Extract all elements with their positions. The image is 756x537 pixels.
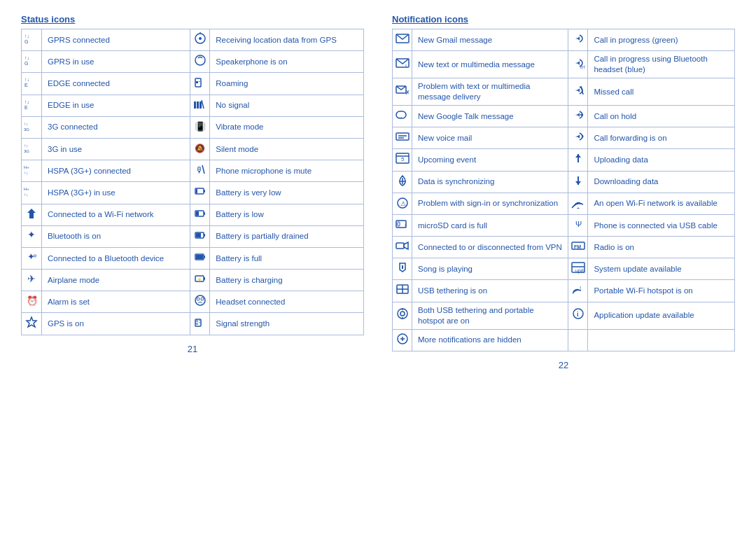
notif-text2-2: Missed call (588, 78, 735, 106)
svg-rect-32 (196, 189, 197, 193)
status-text-13: GPS is on (42, 313, 190, 335)
notif-row: Data is synchronizing Downloading data (393, 171, 735, 193)
svg-rect-15 (197, 102, 199, 109)
notif-text2-9: Radio is on (588, 237, 735, 258)
svg-text:✈: ✈ (27, 273, 36, 284)
notif-text2-3: Call on hold (588, 105, 735, 127)
notif-icon2-1: BT (568, 51, 588, 78)
status-icon-11: ✈ (22, 270, 42, 291)
notif-icon2-9: FM (568, 237, 588, 258)
svg-line-17 (202, 100, 204, 109)
svg-text:Ψ: Ψ (575, 220, 582, 228)
svg-text:E: E (24, 105, 28, 110)
page1-number: 21 (21, 344, 364, 354)
notif-icon2-8: Ψ (568, 214, 588, 236)
svg-rect-39 (196, 233, 201, 237)
svg-marker-77 (575, 181, 581, 185)
status-row: ↑↓G GPRS in use Speakerphone is on (22, 51, 364, 73)
status-icons-title: Status icons (21, 14, 364, 25)
notif-text2-4: Call forwarding is on (588, 127, 735, 149)
svg-point-3 (199, 37, 202, 40)
svg-rect-16 (200, 102, 202, 109)
svg-rect-68 (396, 133, 409, 140)
svg-text:↑↓: ↑↓ (24, 144, 28, 148)
svg-text:↑↓: ↑↓ (24, 34, 29, 39)
svg-rect-31 (204, 190, 205, 193)
status-icon2-12 (190, 291, 210, 313)
status-text2-1: Speakerphone is on (210, 51, 364, 73)
svg-text:H+: H+ (24, 187, 29, 191)
svg-rect-34 (204, 212, 205, 215)
status-icon2-4: 📳 (190, 116, 210, 138)
status-icon-7: H+↑↓ (22, 182, 42, 204)
status-text2-0: Receiving location data from GPS (210, 29, 364, 51)
svg-text:🔕: 🔕 (195, 143, 205, 153)
status-icon2-8 (190, 204, 210, 225)
notif-icon-0 (393, 29, 412, 51)
status-icon-4: ↑↓3G (22, 116, 42, 138)
notif-text2-5: Uploading data (588, 149, 735, 171)
status-text-4: 3G connected (42, 116, 190, 138)
status-text2-8: Battery is low (210, 204, 364, 225)
status-row: H+↑↓ HSPA (3G+) in use Battery is very l… (22, 182, 364, 204)
notif-icon-3: ... (393, 105, 412, 127)
svg-rect-57 (199, 322, 200, 323)
status-text-8: Connected to a Wi-Fi network (42, 204, 190, 225)
notif-text2-10: System update available (588, 258, 735, 280)
notif-text-7: Problem with sign-in or synchronization (412, 193, 568, 214)
status-row: ↑↓G GPRS connected Receiving location da… (22, 29, 364, 51)
svg-point-98 (400, 312, 405, 316)
svg-text:H+: H+ (24, 165, 29, 169)
notif-text-0: New Gmail message (412, 29, 568, 51)
svg-rect-56 (199, 320, 200, 321)
status-icon-8 (22, 204, 42, 225)
notif-icon2-4 (568, 127, 588, 149)
svg-text:↑↓: ↑↓ (24, 171, 28, 175)
status-icon-2: ↑↓E (22, 73, 42, 95)
status-icon2-5: 🔕 (190, 138, 210, 160)
svg-point-50 (195, 295, 205, 305)
status-text-11: Airplane mode (42, 270, 190, 291)
status-text2-4: Vibrate mode (210, 116, 364, 138)
status-text-5: 3G in use (42, 138, 190, 160)
svg-rect-82 (398, 222, 400, 226)
svg-text:✗: ✗ (405, 90, 410, 96)
notif-row: ! New text or multimedia message BT Call… (393, 51, 735, 78)
svg-text:!: ! (405, 64, 407, 69)
svg-text:BT: BT (580, 65, 585, 69)
status-text-12: Alarm is set (42, 291, 190, 313)
svg-text:!: ! (580, 285, 581, 291)
notif-row: Song is playing upd System update availa… (393, 258, 735, 280)
status-icon-10: ✦❊ (22, 247, 42, 269)
status-row: ✦ Bluetooth is on Battery is partially d… (22, 225, 364, 247)
notif-row: New voice mail Call forwarding is on (393, 127, 735, 149)
notif-text2-7: An open Wi-Fi network is available (588, 193, 735, 214)
notif-text-8: microSD card is full (412, 214, 568, 236)
svg-point-97 (398, 309, 407, 319)
pages-container: Status icons ↑↓G GPRS connected Receivin… (21, 14, 735, 523)
page-status-icons: Status icons ↑↓G GPRS connected Receivin… (21, 14, 364, 523)
notif-icon-12 (393, 302, 412, 329)
svg-text:📳: 📳 (195, 120, 206, 132)
svg-text:3G: 3G (24, 127, 29, 132)
notif-icon2-0 (568, 29, 588, 51)
svg-text:upd: upd (575, 268, 584, 274)
svg-marker-75 (575, 154, 581, 158)
svg-text:⚡: ⚡ (197, 277, 202, 282)
status-text-0: GPRS connected (42, 29, 190, 51)
status-row: ↑↓3G 3G connected 📳 Vibrate mode (22, 116, 364, 138)
status-row: ↑↓E EDGE connected Roaming (22, 73, 364, 95)
notif-icon2-13 (568, 329, 588, 351)
status-text2-5: Silent mode (210, 138, 364, 160)
notif-icon2-10: upd (568, 258, 588, 280)
notif-text-2: Problem with text or multimedia message … (412, 78, 568, 106)
notif-icon-5: 5 (393, 149, 412, 171)
status-icon-12: ⏰ (22, 291, 42, 313)
page2-number: 22 (392, 360, 735, 370)
status-text-3: EDGE in use (42, 95, 190, 116)
status-icon2-10 (190, 247, 210, 269)
status-row: GPS is on Signal strength (22, 313, 364, 335)
svg-text:5: 5 (401, 156, 405, 162)
svg-rect-11 (199, 81, 200, 82)
notif-icon-8: ! (393, 214, 412, 236)
